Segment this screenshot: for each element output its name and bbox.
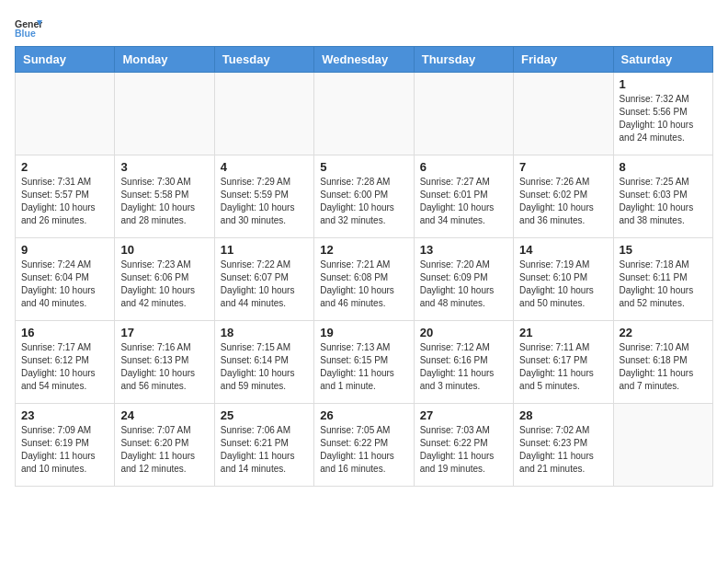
day-info: Sunrise: 7:19 AM Sunset: 6:10 PM Dayligh…	[519, 259, 607, 310]
calendar-cell: 12Sunrise: 7:21 AM Sunset: 6:08 PM Dayli…	[314, 238, 414, 321]
calendar-cell	[414, 73, 513, 155]
day-info: Sunrise: 7:30 AM Sunset: 5:58 PM Dayligh…	[120, 176, 208, 227]
day-info: Sunrise: 7:09 AM Sunset: 6:19 PM Dayligh…	[21, 424, 108, 476]
calendar-cell: 8Sunrise: 7:25 AM Sunset: 6:03 PM Daylig…	[613, 155, 712, 238]
week-row-2: 2Sunrise: 7:31 AM Sunset: 5:57 PM Daylig…	[16, 155, 713, 238]
calendar-cell: 17Sunrise: 7:16 AM Sunset: 6:13 PM Dayli…	[115, 321, 214, 404]
calendar-cell: 14Sunrise: 7:19 AM Sunset: 6:10 PM Dayli…	[514, 238, 613, 321]
day-number: 22	[620, 326, 707, 339]
calendar-cell: 26Sunrise: 7:05 AM Sunset: 6:22 PM Dayli…	[314, 404, 414, 487]
calendar-cell: 3Sunrise: 7:30 AM Sunset: 5:58 PM Daylig…	[115, 155, 214, 238]
weekday-header-thursday: Thursday	[414, 47, 513, 73]
calendar-cell: 25Sunrise: 7:06 AM Sunset: 6:21 PM Dayli…	[214, 404, 313, 487]
calendar-cell	[514, 73, 613, 155]
weekday-header-sunday: Sunday	[16, 47, 115, 73]
week-row-4: 16Sunrise: 7:17 AM Sunset: 6:12 PM Dayli…	[16, 321, 713, 404]
calendar-cell: 24Sunrise: 7:07 AM Sunset: 6:20 PM Dayli…	[115, 404, 214, 487]
calendar-cell: 4Sunrise: 7:29 AM Sunset: 5:59 PM Daylig…	[214, 155, 313, 238]
day-number: 23	[21, 408, 108, 422]
day-number: 12	[320, 243, 407, 257]
calendar-cell: 18Sunrise: 7:15 AM Sunset: 6:14 PM Dayli…	[214, 321, 313, 404]
day-info: Sunrise: 7:13 AM Sunset: 6:15 PM Dayligh…	[320, 341, 407, 393]
day-number: 18	[221, 326, 308, 339]
day-info: Sunrise: 7:12 AM Sunset: 6:16 PM Dayligh…	[420, 341, 507, 393]
logo: General Blue	[15, 15, 48, 42]
day-number: 1	[620, 77, 707, 91]
calendar-cell: 19Sunrise: 7:13 AM Sunset: 6:15 PM Dayli…	[314, 321, 414, 404]
calendar-cell: 15Sunrise: 7:18 AM Sunset: 6:11 PM Dayli…	[613, 238, 712, 321]
weekday-header-wednesday: Wednesday	[314, 47, 414, 73]
day-info: Sunrise: 7:11 AM Sunset: 6:17 PM Dayligh…	[519, 341, 607, 393]
calendar-cell: 22Sunrise: 7:10 AM Sunset: 6:18 PM Dayli…	[613, 321, 712, 404]
calendar-cell: 10Sunrise: 7:23 AM Sunset: 6:06 PM Dayli…	[115, 238, 214, 321]
day-info: Sunrise: 7:16 AM Sunset: 6:13 PM Dayligh…	[120, 341, 208, 393]
day-number: 14	[519, 243, 607, 257]
day-number: 3	[120, 160, 208, 174]
calendar-cell: 1Sunrise: 7:32 AM Sunset: 5:56 PM Daylig…	[613, 73, 712, 155]
day-info: Sunrise: 7:18 AM Sunset: 6:11 PM Dayligh…	[620, 259, 707, 310]
calendar-table: SundayMondayTuesdayWednesdayThursdayFrid…	[15, 46, 713, 487]
weekday-header-monday: Monday	[115, 47, 214, 73]
calendar-cell: 11Sunrise: 7:22 AM Sunset: 6:07 PM Dayli…	[214, 238, 313, 321]
calendar-cell: 2Sunrise: 7:31 AM Sunset: 5:57 PM Daylig…	[16, 155, 115, 238]
svg-text:Blue: Blue	[15, 28, 36, 39]
day-number: 13	[420, 243, 507, 257]
day-number: 19	[320, 326, 407, 339]
calendar-cell	[16, 73, 115, 155]
day-info: Sunrise: 7:03 AM Sunset: 6:22 PM Dayligh…	[420, 424, 507, 476]
day-info: Sunrise: 7:27 AM Sunset: 6:01 PM Dayligh…	[420, 176, 507, 227]
day-number: 21	[519, 326, 607, 339]
day-number: 6	[420, 160, 507, 174]
day-number: 10	[120, 243, 208, 257]
day-number: 16	[21, 326, 108, 339]
day-number: 8	[620, 160, 707, 174]
day-info: Sunrise: 7:07 AM Sunset: 6:20 PM Dayligh…	[120, 424, 208, 476]
day-info: Sunrise: 7:25 AM Sunset: 6:03 PM Dayligh…	[620, 176, 707, 227]
calendar-cell: 6Sunrise: 7:27 AM Sunset: 6:01 PM Daylig…	[414, 155, 513, 238]
day-number: 20	[420, 326, 507, 339]
calendar-header-row: SundayMondayTuesdayWednesdayThursdayFrid…	[16, 47, 713, 73]
day-number: 28	[519, 408, 607, 422]
day-number: 11	[221, 243, 308, 257]
day-number: 4	[221, 160, 308, 174]
calendar-cell: 23Sunrise: 7:09 AM Sunset: 6:19 PM Dayli…	[16, 404, 115, 487]
day-info: Sunrise: 7:02 AM Sunset: 6:23 PM Dayligh…	[519, 424, 607, 476]
day-number: 9	[21, 243, 108, 257]
calendar-cell: 5Sunrise: 7:28 AM Sunset: 6:00 PM Daylig…	[314, 155, 414, 238]
day-info: Sunrise: 7:06 AM Sunset: 6:21 PM Dayligh…	[221, 424, 308, 476]
day-number: 5	[320, 160, 407, 174]
calendar-cell	[214, 73, 313, 155]
week-row-5: 23Sunrise: 7:09 AM Sunset: 6:19 PM Dayli…	[16, 404, 713, 487]
calendar-cell: 28Sunrise: 7:02 AM Sunset: 6:23 PM Dayli…	[514, 404, 613, 487]
calendar-cell	[314, 73, 414, 155]
day-info: Sunrise: 7:24 AM Sunset: 6:04 PM Dayligh…	[21, 259, 108, 310]
calendar-cell: 9Sunrise: 7:24 AM Sunset: 6:04 PM Daylig…	[16, 238, 115, 321]
day-info: Sunrise: 7:29 AM Sunset: 5:59 PM Dayligh…	[221, 176, 308, 227]
page-header: General Blue	[15, 15, 713, 42]
calendar-cell: 7Sunrise: 7:26 AM Sunset: 6:02 PM Daylig…	[514, 155, 613, 238]
day-info: Sunrise: 7:17 AM Sunset: 6:12 PM Dayligh…	[21, 341, 108, 393]
calendar-cell: 20Sunrise: 7:12 AM Sunset: 6:16 PM Dayli…	[414, 321, 513, 404]
weekday-header-friday: Friday	[514, 47, 613, 73]
day-number: 2	[21, 160, 108, 174]
calendar-cell	[115, 73, 214, 155]
day-info: Sunrise: 7:21 AM Sunset: 6:08 PM Dayligh…	[320, 259, 407, 310]
day-info: Sunrise: 7:20 AM Sunset: 6:09 PM Dayligh…	[420, 259, 507, 310]
day-number: 17	[120, 326, 208, 339]
day-number: 26	[320, 408, 407, 422]
day-number: 15	[620, 243, 707, 257]
day-info: Sunrise: 7:23 AM Sunset: 6:06 PM Dayligh…	[120, 259, 208, 310]
weekday-header-saturday: Saturday	[613, 47, 712, 73]
day-info: Sunrise: 7:10 AM Sunset: 6:18 PM Dayligh…	[620, 341, 707, 393]
calendar-cell: 16Sunrise: 7:17 AM Sunset: 6:12 PM Dayli…	[16, 321, 115, 404]
day-info: Sunrise: 7:15 AM Sunset: 6:14 PM Dayligh…	[221, 341, 308, 393]
week-row-3: 9Sunrise: 7:24 AM Sunset: 6:04 PM Daylig…	[16, 238, 713, 321]
calendar-cell: 27Sunrise: 7:03 AM Sunset: 6:22 PM Dayli…	[414, 404, 513, 487]
weekday-header-tuesday: Tuesday	[214, 47, 313, 73]
day-info: Sunrise: 7:28 AM Sunset: 6:00 PM Dayligh…	[320, 176, 407, 227]
day-info: Sunrise: 7:32 AM Sunset: 5:56 PM Dayligh…	[620, 93, 707, 144]
day-number: 25	[221, 408, 308, 422]
calendar-cell: 21Sunrise: 7:11 AM Sunset: 6:17 PM Dayli…	[514, 321, 613, 404]
day-number: 24	[120, 408, 208, 422]
logo-icon: General Blue	[15, 15, 42, 42]
